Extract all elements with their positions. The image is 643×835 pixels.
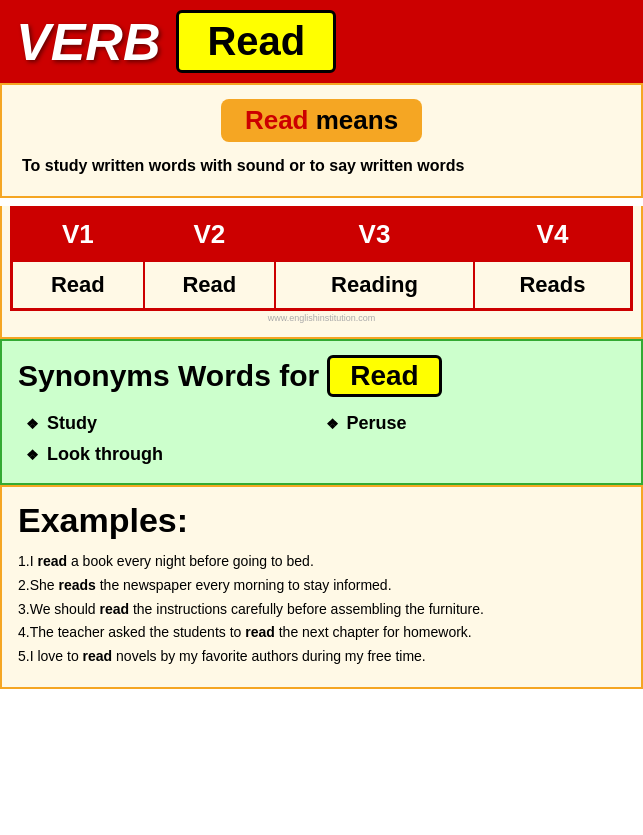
verb-forms-value-row: Read Read Reading Reads (12, 261, 632, 310)
synonyms-list: Study Peruse Look through (18, 413, 625, 465)
v2-header: V2 (144, 208, 275, 262)
synonyms-title-text: Synonyms Words for (18, 359, 319, 393)
synonyms-title-row: Synonyms Words for Read (18, 355, 625, 397)
meaning-definition: To study written words with sound or to … (18, 154, 625, 178)
synonym-study: Study (26, 413, 326, 434)
examples-section: Examples: 1.I read a book every night be… (0, 485, 643, 689)
meaning-title-word: Read (245, 105, 309, 135)
example-4: 4.The teacher asked the students to read… (18, 621, 625, 645)
synonym-peruse: Peruse (326, 413, 626, 434)
header-section: VERB Read (0, 0, 643, 83)
synonym-study-text: Study (47, 413, 97, 434)
verb-label: VERB (16, 12, 160, 72)
synonyms-word-box: Read (327, 355, 441, 397)
header-word-box: Read (176, 10, 336, 73)
v1-header: V1 (12, 208, 144, 262)
verb-forms-table: V1 V2 V3 V4 Read Read Reading Reads (10, 206, 633, 311)
synonyms-section: Synonyms Words for Read Study Peruse Loo… (0, 339, 643, 485)
synonym-look-through: Look through (26, 444, 326, 465)
synonym-peruse-text: Peruse (347, 413, 407, 434)
examples-title: Examples: (18, 501, 625, 540)
v4-header: V4 (474, 208, 631, 262)
example-5: 5.I love to read novels by my favorite a… (18, 645, 625, 669)
meaning-section: Read means To study written words with s… (0, 83, 643, 198)
verb-forms-section: V1 V2 V3 V4 Read Read Reading Reads www.… (0, 206, 643, 339)
meaning-title-row: Read means (18, 99, 625, 142)
meaning-title-rest: means (308, 105, 398, 135)
v2-value: Read (144, 261, 275, 310)
example-2: 2.She reads the newspaper every morning … (18, 574, 625, 598)
synonym-look-through-text: Look through (47, 444, 163, 465)
v4-value: Reads (474, 261, 631, 310)
example-1: 1.I read a book every night before going… (18, 550, 625, 574)
example-3: 3.We should read the instructions carefu… (18, 598, 625, 622)
verb-forms-header-row: V1 V2 V3 V4 (12, 208, 632, 262)
meaning-title-pill: Read means (221, 99, 422, 142)
v1-value: Read (12, 261, 144, 310)
v3-value: Reading (275, 261, 474, 310)
v3-header: V3 (275, 208, 474, 262)
watermark: www.englishinstitution.com (10, 311, 633, 325)
